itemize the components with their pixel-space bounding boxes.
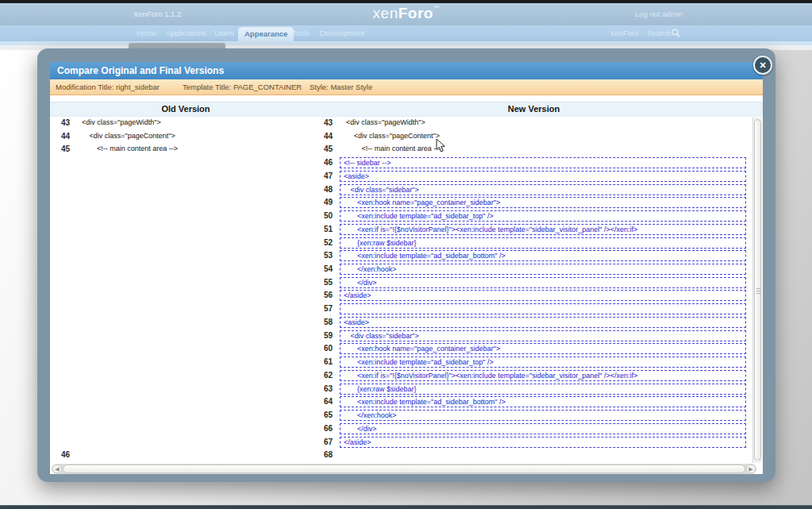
- diff-line: 51<xen:if is="!{$noVisitorPanel}"><xen:i…: [321, 223, 750, 236]
- diff-line: 58<aside>: [321, 316, 750, 329]
- diff-line: 50<xen:include template="ad_sidebar_top"…: [321, 210, 750, 222]
- line-code: [340, 303, 746, 314]
- line-code: <aside>: [340, 317, 746, 328]
- scroll-right-button[interactable]: ▶: [746, 465, 756, 473]
- line-number: 52: [321, 237, 333, 248]
- horizontal-scrollbar[interactable]: ◀ ▶: [52, 464, 756, 474]
- line-code: <div class="sidebar">: [340, 330, 746, 341]
- vertical-scrollbar-thumb[interactable]: [754, 119, 761, 461]
- nav-item-appearance[interactable]: Appearance: [238, 27, 294, 41]
- new-version-header: New Version: [321, 102, 747, 116]
- dialog-title: Compare Original and Final Versions: [50, 62, 763, 79]
- line-number: 67: [321, 437, 333, 447]
- line-number: 51: [321, 224, 333, 234]
- nav-link-xenforo[interactable]: XenForo: [610, 25, 638, 41]
- line-number: 64: [321, 396, 333, 407]
- line-number: 63: [321, 384, 333, 394]
- line-code: <div class="pageWidth">: [52, 118, 321, 128]
- nav-item-applications[interactable]: Applications: [166, 25, 206, 41]
- nav-item-development[interactable]: Development: [320, 25, 364, 41]
- line-number: 55: [321, 277, 333, 287]
- style-meta: Style: Master Style: [310, 79, 372, 94]
- line-number: 47: [321, 171, 333, 181]
- line-number: 68: [321, 449, 333, 460]
- line-code: <xen:include template="ad_sidebar_bottom…: [340, 250, 746, 261]
- page-bottom-edge: [0, 505, 812, 509]
- line-code: <xen:if is="!{$noVisitorPanel}"><xen:inc…: [340, 224, 746, 235]
- line-number: 46: [321, 157, 333, 168]
- close-icon[interactable]: ✕: [753, 56, 772, 75]
- template-meta-bar: Modification Title: right_sidebar Templa…: [50, 79, 763, 95]
- nav-link-search[interactable]: Search: [647, 25, 671, 41]
- diff-line: 45<!-- main content area -->: [52, 143, 321, 156]
- line-code: </aside>: [340, 437, 746, 448]
- diff-line: 44<div class="pageContent">: [321, 130, 750, 143]
- line-code: <div class="pageWidth">: [321, 118, 750, 128]
- line-number: 62: [321, 370, 333, 380]
- diff-line: 44<div class="pageContent">: [52, 130, 321, 143]
- diff-line: 47<aside>: [321, 170, 750, 183]
- modification-title-meta: Modification Title: right_sidebar: [56, 79, 160, 94]
- admin-header-bar: XenForo 1.1.2 xenForo™ Log out admin: [0, 3, 812, 25]
- line-number: 48: [321, 184, 333, 195]
- diff-line: 56</aside>: [321, 289, 750, 302]
- diff-line: 52{xen:raw $sidebar}: [321, 237, 750, 249]
- nav-item-tools[interactable]: Tools: [292, 25, 310, 41]
- diff-line: 63{xen:raw $sidebar}: [321, 383, 750, 395]
- line-code: </xen:hook>: [340, 264, 746, 275]
- line-number: 49: [321, 197, 333, 207]
- old-version-header: Old Version: [50, 102, 321, 116]
- line-number: 53: [321, 250, 333, 260]
- line-code: <xen:if is="!{$noVisitorPanel}"><xen:inc…: [340, 370, 746, 381]
- diff-line: 62<xen:if is="!{$noVisitorPanel}"><xen:i…: [321, 369, 750, 382]
- line-number: 56: [321, 290, 333, 300]
- line-code: <div class="pageContent">: [52, 131, 321, 141]
- scroll-left-button[interactable]: ◀: [52, 465, 62, 473]
- diff-line: 57: [321, 303, 750, 315]
- horizontal-scrollbar-thumb[interactable]: [63, 465, 745, 473]
- diff-line: 54</xen:hook>: [321, 263, 750, 276]
- nav-item-home[interactable]: Home: [137, 25, 156, 41]
- line-code: <aside>: [340, 171, 746, 182]
- admin-navbar: Home Applications Users Appearance Tools…: [0, 25, 812, 41]
- template-title-meta: Template Title: PAGE_CONTAINER: [183, 79, 302, 94]
- line-code: <xen:include template="ad_sidebar_top" /…: [340, 357, 746, 368]
- line-code: <xen:include template="ad_sidebar_top" /…: [340, 210, 746, 222]
- vertical-scrollbar[interactable]: [752, 118, 762, 463]
- diff-line: 45<!-- main content area -->: [321, 143, 750, 156]
- line-number: 57: [321, 303, 333, 314]
- diff-line: 64<xen:include template="ad_sidebar_bott…: [321, 395, 750, 408]
- line-code: <xen:hook name="page_container_sidebar">: [340, 343, 746, 354]
- line-number: 59: [321, 330, 333, 341]
- diff-line: 55</div>: [321, 276, 750, 289]
- compare-dialog: Compare Original and Final Versions Modi…: [50, 62, 763, 474]
- diff-line: 46: [52, 449, 321, 461]
- line-number: 50: [321, 210, 333, 221]
- logout-link[interactable]: Log out admin: [635, 10, 683, 18]
- diff-line: 60<xen:hook name="page_container_sidebar…: [321, 342, 750, 355]
- line-code: <!-- sidebar -->: [340, 157, 746, 168]
- diff-line: 43<div class="pageWidth">: [321, 117, 750, 129]
- search-icon[interactable]: [672, 29, 680, 37]
- line-code: <div class="pageContent">: [321, 131, 750, 141]
- diff-line: 65</xen:hook>: [321, 409, 750, 422]
- diff-viewport: 43<div class="pageWidth">44<div class="p…: [52, 117, 751, 462]
- diff-line: 66</div>: [321, 422, 750, 435]
- xenforo-logo: xenForo™: [0, 5, 812, 22]
- line-code: {xen:raw $sidebar}: [340, 237, 746, 249]
- diff-line: 46<!-- sidebar -->: [321, 156, 750, 169]
- diff-line: 53<xen:include template="ad_sidebar_bott…: [321, 249, 750, 262]
- nav-item-users[interactable]: Users: [214, 25, 234, 41]
- mouse-cursor: [436, 138, 445, 152]
- line-code: </xen:hook>: [340, 410, 746, 421]
- line-number: 54: [321, 264, 333, 274]
- line-code: <!-- main content area -->: [321, 144, 750, 154]
- diff-line: 61<xen:include template="ad_sidebar_top"…: [321, 356, 750, 368]
- line-code: <xen:hook name="page_container_sidebar">: [340, 197, 746, 208]
- column-headers: Old Version New Version: [50, 102, 763, 117]
- line-code: <xen:include template="ad_sidebar_bottom…: [340, 396, 746, 407]
- line-code: </div>: [340, 277, 746, 288]
- diff-line: 43<div class="pageWidth">: [52, 117, 321, 129]
- line-code: {xen:raw $sidebar}: [340, 384, 746, 395]
- line-number: 66: [321, 423, 333, 434]
